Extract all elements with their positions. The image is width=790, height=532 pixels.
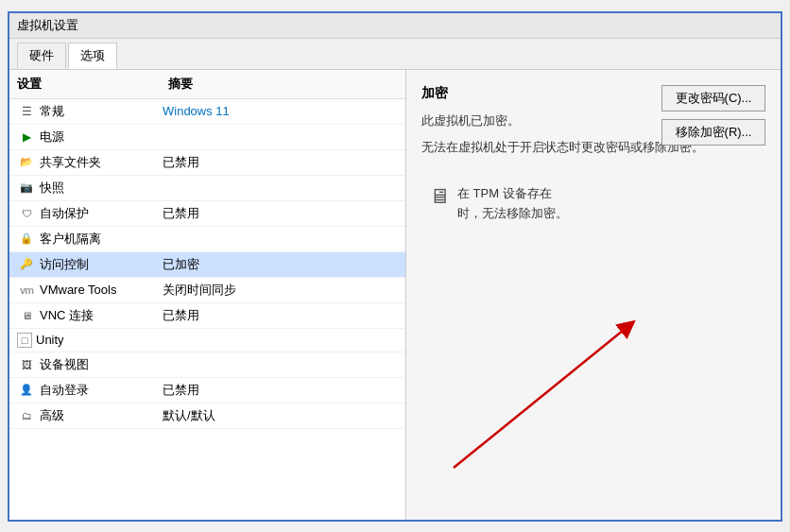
list-header: 设置 摘要 [9, 70, 405, 99]
item-value: 默认/默认 [163, 407, 398, 424]
window-title: 虚拟机设置 [17, 18, 78, 32]
main-content: 设置 摘要 ☰ 常规 Windows 11 ▶ 电源 📂 共享文件夹 已禁用 [9, 70, 781, 520]
list-item[interactable]: 🖼 设备视图 [9, 352, 405, 378]
item-value: 已禁用 [163, 205, 398, 222]
item-name: 自动保护 [40, 205, 163, 222]
autologon-icon: 👤 [17, 384, 36, 396]
sharedfolder-icon: 📂 [17, 156, 36, 168]
remove-encryption-button[interactable]: 移除加密(R)... [661, 119, 765, 146]
tpm-notice: 🖥 在 TPM 设备存在时，无法移除加密。 [421, 177, 765, 232]
tpm-icon: 🖥 [429, 184, 450, 209]
item-name: 快照 [40, 180, 163, 197]
autoprotect-icon: 🛡 [17, 208, 36, 219]
guest-isolation-icon: 🔒 [17, 232, 36, 245]
item-name: 共享文件夹 [40, 154, 163, 171]
item-name: 常规 [40, 103, 163, 120]
action-buttons: 更改密码(C)... 移除加密(R)... [661, 85, 765, 146]
main-window: 虚拟机设置 硬件 选项 设置 摘要 ☰ 常规 Windows 11 ▶ 电源 [8, 11, 782, 522]
item-name: 客户机隔离 [40, 231, 163, 248]
list-item[interactable]: vm VMware Tools 关闭时间同步 [9, 278, 405, 303]
right-detail-panel: 加密 此虚拟机已加密。 无法在虚拟机处于开启状态时更改密码或移除加密。 更改密码… [406, 70, 781, 520]
list-item[interactable]: ▶ 电源 [9, 125, 405, 150]
list-item-unity[interactable]: □ Unity [9, 329, 405, 352]
item-name: VNC 连接 [40, 307, 163, 324]
item-value: 已禁用 [163, 307, 398, 324]
item-name: 访问控制 [40, 256, 163, 273]
vmwaretools-icon: vm [17, 284, 36, 296]
tab-options[interactable]: 选项 [68, 43, 117, 69]
unity-icon: □ [17, 333, 32, 348]
list-item[interactable]: 📂 共享文件夹 已禁用 [9, 150, 405, 176]
list-item-access-control[interactable]: 🔑 访问控制 已加密 [9, 252, 405, 278]
list-item[interactable]: 📷 快照 [9, 176, 405, 201]
list-item[interactable]: 🗂 高级 默认/默认 [9, 403, 405, 429]
list-item[interactable]: 🖥 VNC 连接 已禁用 [9, 303, 405, 329]
item-name: Unity [36, 333, 159, 347]
tpm-text: 在 TPM 设备存在时，无法移除加密。 [457, 184, 568, 224]
power-icon: ▶ [17, 130, 36, 144]
col1-header: 设置 [17, 76, 168, 93]
item-name: VMware Tools [40, 283, 163, 297]
snapshot-icon: 📷 [17, 181, 36, 194]
arrow-annotation [425, 293, 671, 482]
list-item[interactable]: ☰ 常规 Windows 11 [9, 99, 405, 125]
list-item[interactable]: 👤 自动登录 已禁用 [9, 378, 405, 403]
item-name: 电源 [40, 129, 163, 146]
item-name: 设备视图 [40, 356, 163, 373]
col2-header: 摘要 [168, 76, 398, 93]
list-item[interactable]: 🛡 自动保护 已禁用 [9, 201, 405, 227]
access-control-icon: 🔑 [17, 258, 36, 270]
tab-hardware[interactable]: 硬件 [17, 43, 66, 69]
deviceview-icon: 🖼 [17, 359, 36, 370]
change-password-button[interactable]: 更改密码(C)... [661, 85, 765, 112]
item-value: 已禁用 [163, 382, 398, 399]
item-value: 已禁用 [163, 154, 398, 171]
item-value: 已加密 [163, 256, 398, 273]
svg-line-0 [454, 326, 628, 468]
item-value: 关闭时间同步 [163, 282, 398, 299]
item-value: Windows 11 [163, 104, 398, 118]
tab-bar: 硬件 选项 [9, 39, 781, 70]
advanced-icon: 🗂 [17, 410, 36, 421]
title-bar: 虚拟机设置 [9, 13, 781, 39]
list-item[interactable]: 🔒 客户机隔离 [9, 227, 405, 252]
vnc-icon: 🖥 [17, 310, 36, 321]
item-name: 高级 [40, 407, 163, 424]
settings-list-panel: 设置 摘要 ☰ 常规 Windows 11 ▶ 电源 📂 共享文件夹 已禁用 [9, 70, 406, 520]
item-name: 自动登录 [40, 382, 163, 399]
general-icon: ☰ [17, 105, 36, 118]
